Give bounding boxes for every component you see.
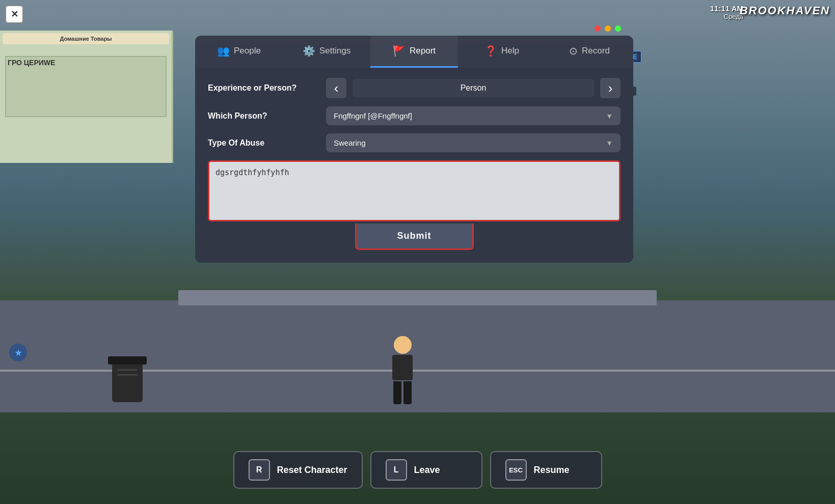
which-person-dropdown[interactable]: Fngffngnf [@Fngffngnf] ▼	[326, 106, 621, 125]
resume-button[interactable]: ESC Resume	[490, 451, 602, 489]
panel-content: Experience or Person? ‹ Person › Which P…	[195, 68, 633, 263]
help-tab-icon: ❓	[484, 45, 497, 57]
which-person-value: Fngffngnf [@Fngffngnf]	[334, 111, 412, 120]
tab-settings-label: Settings	[319, 46, 351, 56]
submit-wrapper: Submit	[208, 223, 621, 250]
which-person-label: Which Person?	[208, 111, 320, 121]
tab-settings[interactable]: ⚙️ Settings	[283, 36, 370, 68]
traffic-light-green	[615, 25, 621, 32]
experience-value: Person	[353, 79, 594, 97]
day-display: Среда	[710, 13, 743, 20]
abuse-type-dropdown[interactable]: Swearing ▼	[326, 133, 621, 152]
building-left: Домашние Товары ГРО ЦЕРИWЕ	[0, 31, 173, 163]
resume-key-label: ESC	[509, 466, 523, 474]
tab-people-label: People	[234, 46, 261, 56]
abuse-type-label: Type Of Abuse	[208, 138, 320, 148]
experience-row: Experience or Person? ‹ Person ›	[208, 78, 621, 98]
dropdown-arrow-person: ▼	[606, 112, 613, 120]
leave-key-label: L	[394, 465, 399, 474]
tab-record[interactable]: ⊙ Record	[546, 36, 633, 68]
right-arrow-icon: ›	[608, 80, 613, 96]
trash-lid	[108, 356, 147, 365]
abuse-type-value: Swearing	[334, 138, 366, 147]
reset-key-badge: R	[248, 459, 270, 481]
tab-report-label: Report	[410, 46, 436, 56]
store-sign: Домашние Товары	[3, 33, 169, 44]
game-logo: BROOKHAVEN	[740, 4, 830, 17]
report-tab-icon: 🚩	[393, 45, 406, 57]
reset-character-label: Reset Character	[277, 465, 347, 475]
experience-label: Experience or Person?	[208, 83, 320, 93]
char-body	[392, 355, 413, 380]
shopping-cart: ★	[5, 341, 41, 372]
close-icon: ✕	[11, 9, 18, 20]
settings-tab-icon: ⚙️	[303, 45, 315, 57]
time-display: 11:11 AM	[710, 4, 743, 13]
tab-bar: 👥 People ⚙️ Settings 🚩 Report ❓ Help ⊙ R…	[195, 36, 633, 68]
submit-button[interactable]: Submit	[355, 223, 474, 250]
leave-key-badge: L	[386, 459, 407, 481]
reset-key-label: R	[256, 465, 262, 474]
trash-can	[112, 361, 143, 402]
left-arrow-icon: ‹	[334, 80, 339, 96]
sidewalk	[178, 290, 657, 305]
hud-time: 11:11 AM Среда	[710, 4, 743, 20]
tab-help[interactable]: ❓ Help	[458, 36, 546, 68]
leave-label: Leave	[414, 465, 440, 475]
nav-arrow-left[interactable]: ‹	[326, 78, 346, 98]
abuse-type-row: Type Of Abuse Swearing ▼	[208, 133, 621, 152]
traffic-light-yellow	[605, 25, 611, 32]
char-head	[394, 336, 412, 354]
bottom-bar: R Reset Character L Leave ESC Resume	[233, 451, 602, 489]
comment-container: dgsrgdthfyhfyhfh	[208, 160, 621, 223]
menu-panel: 👥 People ⚙️ Settings 🚩 Report ❓ Help ⊙ R…	[195, 36, 633, 263]
traffic-lights	[595, 25, 621, 32]
close-button[interactable]: ✕	[5, 5, 23, 23]
record-tab-icon: ⊙	[569, 45, 578, 57]
char-legs	[382, 381, 423, 404]
reset-character-button[interactable]: R Reset Character	[233, 451, 362, 489]
char-leg-right	[403, 381, 412, 404]
dropdown-arrow-abuse: ▼	[606, 139, 613, 147]
character	[382, 336, 423, 407]
comment-textarea[interactable]: dgsrgdthfyhfyhfh	[208, 160, 621, 221]
resume-key-badge: ESC	[505, 459, 527, 481]
tab-report[interactable]: 🚩 Report	[370, 36, 458, 68]
nav-arrow-right[interactable]: ›	[600, 78, 621, 98]
tab-people[interactable]: 👥 People	[195, 36, 283, 68]
people-tab-icon: 👥	[217, 45, 230, 57]
cart-icon: ★	[9, 344, 27, 361]
tab-record-label: Record	[582, 46, 610, 56]
char-leg-left	[393, 381, 401, 404]
which-person-row: Which Person? Fngffngnf [@Fngffngnf] ▼	[208, 106, 621, 125]
tab-help-label: Help	[501, 46, 519, 56]
traffic-light-red	[595, 25, 601, 32]
leave-button[interactable]: L Leave	[370, 451, 482, 489]
resume-label: Resume	[534, 465, 570, 475]
